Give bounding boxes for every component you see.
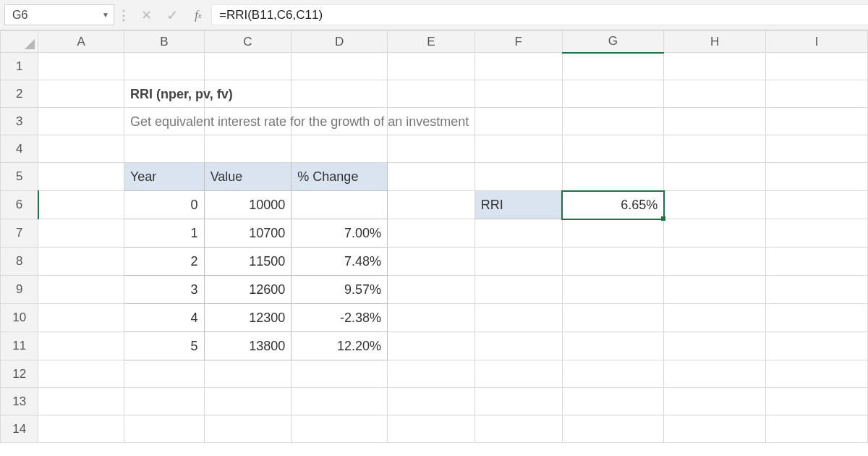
row-header[interactable]: 11 xyxy=(1,332,38,360)
row-header[interactable]: 5 xyxy=(1,163,38,191)
separator: ⋮ xyxy=(114,0,133,30)
name-box[interactable]: G6 ▼ xyxy=(4,4,114,25)
cell[interactable]: RRI xyxy=(475,191,562,219)
cell[interactable]: 11500 xyxy=(204,248,292,276)
row-header[interactable]: 2 xyxy=(1,80,38,108)
cell[interactable]: 13800 xyxy=(204,332,292,360)
cell[interactable]: Year xyxy=(124,163,204,191)
cell[interactable]: 5 xyxy=(124,332,204,360)
cell[interactable]: 3 xyxy=(124,276,204,304)
spreadsheet-grid[interactable]: A B C D E F G H I 1 2 RRI (nper, pv, fv)… xyxy=(0,30,868,443)
name-box-value: G6 xyxy=(12,9,27,22)
cell[interactable]: 1 xyxy=(124,219,204,248)
col-header[interactable]: H xyxy=(664,31,766,53)
row-header[interactable]: 8 xyxy=(1,248,38,276)
row-header[interactable]: 14 xyxy=(1,415,38,443)
col-header[interactable]: G xyxy=(562,31,664,53)
row-header[interactable]: 4 xyxy=(1,135,38,163)
cell[interactable]: 4 xyxy=(124,304,204,332)
header-value: Value xyxy=(205,163,292,190)
cancel-icon[interactable]: ✕ xyxy=(133,0,159,30)
cell[interactable]: 12600 xyxy=(204,276,292,304)
fx-icon[interactable]: fx xyxy=(185,0,211,30)
cell[interactable]: 0 xyxy=(124,191,204,219)
row-header[interactable]: 10 xyxy=(1,304,38,332)
cell[interactable]: 2 xyxy=(124,248,204,276)
cell[interactable] xyxy=(292,191,388,219)
row-header[interactable]: 13 xyxy=(1,388,38,415)
col-header[interactable]: D xyxy=(292,31,388,53)
cell[interactable]: 9.57% xyxy=(292,276,388,304)
cell[interactable]: 10700 xyxy=(204,219,292,248)
cell[interactable]: -2.38% xyxy=(292,304,388,332)
cell[interactable]: Get equivalent interest rate for the gro… xyxy=(124,108,204,135)
row-header[interactable]: 7 xyxy=(1,219,38,248)
col-header[interactable]: C xyxy=(204,31,292,53)
formula-input[interactable]: =RRI(B11,C6,C11) xyxy=(211,4,868,25)
select-all-corner[interactable] xyxy=(1,31,38,53)
header-year: Year xyxy=(124,163,204,190)
rri-value: 6.65% xyxy=(563,191,664,219)
cell[interactable]: % Change xyxy=(292,163,388,191)
col-header[interactable]: B xyxy=(124,31,204,53)
cell[interactable]: 7.48% xyxy=(292,248,388,276)
col-header[interactable]: F xyxy=(475,31,562,53)
cell[interactable]: 10000 xyxy=(204,191,292,219)
formula-text: =RRI(B11,C6,C11) xyxy=(219,8,323,22)
row-header[interactable]: 3 xyxy=(1,108,38,135)
row-header[interactable]: 12 xyxy=(1,360,38,388)
cell[interactable]: 12.20% xyxy=(292,332,388,360)
row-header[interactable]: 9 xyxy=(1,276,38,304)
active-cell[interactable]: 6.65% xyxy=(562,191,664,219)
cell[interactable]: RRI (nper, pv, fv) xyxy=(124,80,204,108)
header-change: % Change xyxy=(292,163,387,190)
dropdown-icon[interactable]: ▼ xyxy=(102,11,109,19)
col-header[interactable]: A xyxy=(38,31,124,53)
cell[interactable]: 12300 xyxy=(204,304,292,332)
enter-icon[interactable]: ✓ xyxy=(159,0,185,30)
row-header[interactable]: 6 xyxy=(1,191,38,219)
row-header[interactable]: 1 xyxy=(1,53,38,80)
col-header[interactable]: I xyxy=(766,31,868,53)
cell[interactable]: Value xyxy=(204,163,292,191)
formula-bar: G6 ▼ ⋮ ✕ ✓ fx =RRI(B11,C6,C11) xyxy=(0,0,868,30)
rri-label: RRI xyxy=(475,191,562,219)
col-header[interactable]: E xyxy=(388,31,475,53)
cell[interactable]: 7.00% xyxy=(292,219,388,248)
